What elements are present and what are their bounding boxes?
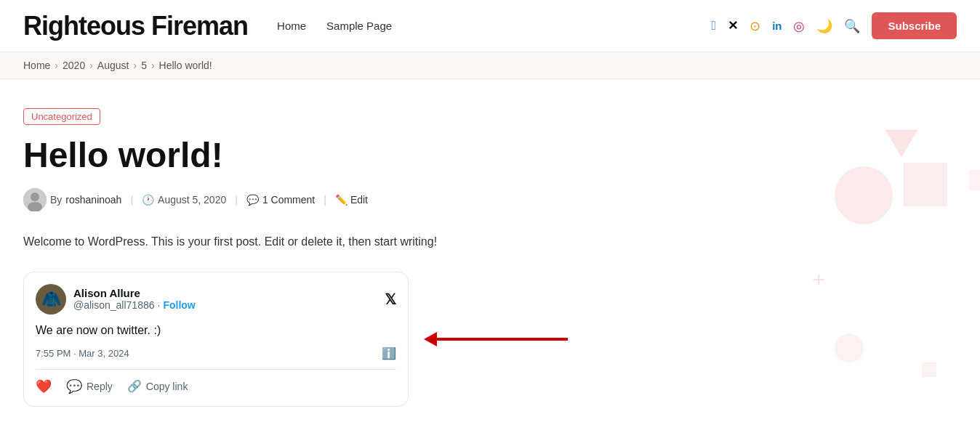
date-meta: 🕐 August 5, 2020 xyxy=(142,194,226,206)
post-meta: By roshaninoah | 🕐 August 5, 2020 | 💬 1 … xyxy=(23,188,471,211)
site-title[interactable]: Righteous Fireman xyxy=(23,11,248,41)
comment-icon: 💬 xyxy=(246,194,259,206)
tweet-reply-action[interactable]: 💬 Reply xyxy=(66,378,113,394)
tweet-user-name: Alison Allure xyxy=(73,287,196,299)
tweet-info-icon[interactable]: ℹ️ xyxy=(382,346,396,360)
tweet-header: 🧥 Alison Allure @alison_all71886 · Follo… xyxy=(36,284,396,315)
instagram-icon[interactable]: ◎ xyxy=(793,18,805,34)
site-header: Righteous Fireman Home Sample Page  ✕ ⊙… xyxy=(0,0,980,52)
linkedin-icon[interactable]: in xyxy=(772,20,782,32)
shape-triangle xyxy=(885,130,917,158)
breadcrumb-5[interactable]: 5 xyxy=(141,60,147,71)
tweet-avatar: 🧥 xyxy=(36,284,66,315)
tweet-copy-action[interactable]: 🔗 Copy link xyxy=(127,379,188,393)
tweet-x-icon[interactable]: 𝕏 xyxy=(385,291,396,308)
breadcrumb-sep-1: › xyxy=(55,60,58,71)
dark-mode-icon[interactable]: 🌙 xyxy=(816,18,832,34)
breadcrumb-sep-4: › xyxy=(151,60,155,71)
breadcrumb-current: Hello world! xyxy=(159,60,212,71)
nav-sample-page[interactable]: Sample Page xyxy=(326,20,392,32)
nav-home[interactable]: Home xyxy=(277,20,306,32)
category-badge[interactable]: Uncategorized xyxy=(23,108,100,125)
reply-bubble-icon: 💬 xyxy=(66,378,82,394)
shape-square xyxy=(904,163,947,206)
author-name[interactable]: roshaninoah xyxy=(65,194,121,206)
shape-small-square xyxy=(969,170,980,190)
x-twitter-icon[interactable]: ✕ xyxy=(728,18,738,33)
arrow-head xyxy=(424,332,437,346)
breadcrumb-bar: Home › 2020 › August › 5 › Hello world! xyxy=(0,52,980,79)
clock-icon: 🕐 xyxy=(142,194,154,206)
shape-circle xyxy=(835,166,893,224)
meta-sep-2: | xyxy=(235,194,238,206)
tweet-handle-text: @alison_all71886 xyxy=(73,299,155,311)
facebook-icon[interactable]:  xyxy=(712,18,717,33)
tweet-copy-label: Copy link xyxy=(146,381,188,392)
comments-meta: 💬 1 Comment xyxy=(246,194,315,206)
tweet-user-info: Alison Allure @alison_all71886 · Follow xyxy=(73,287,196,311)
tweet-time: 7:55 PM · Mar 3, 2024 ℹ️ xyxy=(36,346,396,360)
tweet-heart-action[interactable]: ❤️ xyxy=(36,378,52,394)
avatar xyxy=(23,188,47,211)
breadcrumb: Home › 2020 › August › 5 › Hello world! xyxy=(23,60,957,71)
main-nav: Home Sample Page xyxy=(277,20,392,32)
edit-link[interactable]: ✏️ Edit xyxy=(335,194,368,206)
edit-icon: ✏️ xyxy=(335,194,348,206)
breadcrumb-august[interactable]: August xyxy=(97,60,129,71)
breadcrumb-sep-3: › xyxy=(133,60,137,71)
main-content: Uncategorized Hello world! By roshaninoa… xyxy=(0,79,494,430)
by-label: By xyxy=(50,194,62,206)
edit-label: Edit xyxy=(350,194,368,206)
subscribe-button[interactable]: Subscribe xyxy=(872,12,957,39)
heart-icon: ❤️ xyxy=(36,378,52,394)
post-title: Hello world! xyxy=(23,137,471,175)
meta-sep-3: | xyxy=(324,194,326,206)
header-right:  ✕ ⊙ in ◎ 🌙 🔍 Subscribe xyxy=(712,12,957,39)
arrow-line xyxy=(437,338,568,341)
tweet-reply-label: Reply xyxy=(87,381,113,392)
tweet-text: We are now on twitter. :) xyxy=(36,322,396,339)
header-left: Righteous Fireman Home Sample Page xyxy=(23,11,392,41)
breadcrumb-2020[interactable]: 2020 xyxy=(63,60,85,71)
tweet-time-text: 7:55 PM · Mar 3, 2024 xyxy=(36,348,129,359)
shape-small2 xyxy=(922,362,936,377)
tweet-dot: · xyxy=(158,299,161,311)
tweet-avatar-icon: 🧥 xyxy=(41,290,61,309)
tweet-divider xyxy=(36,369,396,370)
tweet-user: 🧥 Alison Allure @alison_all71886 · Follo… xyxy=(36,284,196,315)
red-arrow xyxy=(424,332,568,346)
bg-decorations: + xyxy=(776,123,980,413)
post-body: Welcome to WordPress. This is your first… xyxy=(23,232,471,251)
page-wrapper: + Uncategorized Hello world! By roshanin… xyxy=(0,79,980,430)
tweet-handle: @alison_all71886 · Follow xyxy=(73,299,196,311)
post-date: August 5, 2020 xyxy=(158,194,226,206)
breadcrumb-sep-2: › xyxy=(89,60,93,71)
shape-plus: + xyxy=(813,268,824,291)
breadcrumb-home[interactable]: Home xyxy=(23,60,50,71)
copy-link-icon: 🔗 xyxy=(127,379,142,393)
tweet-follow-link[interactable]: Follow xyxy=(163,299,195,311)
search-icon[interactable]: 🔍 xyxy=(844,18,860,34)
tweet-actions: ❤️ 💬 Reply 🔗 Copy link xyxy=(36,378,396,394)
meta-sep-1: | xyxy=(130,194,133,206)
author-meta: By roshaninoah xyxy=(23,188,121,211)
svg-point-1 xyxy=(31,192,39,201)
rss-icon[interactable]: ⊙ xyxy=(750,18,760,34)
shape-circle2 xyxy=(835,333,864,362)
comments-link[interactable]: 1 Comment xyxy=(262,194,315,206)
tweet-embed: 🧥 Alison Allure @alison_all71886 · Follo… xyxy=(23,272,409,407)
